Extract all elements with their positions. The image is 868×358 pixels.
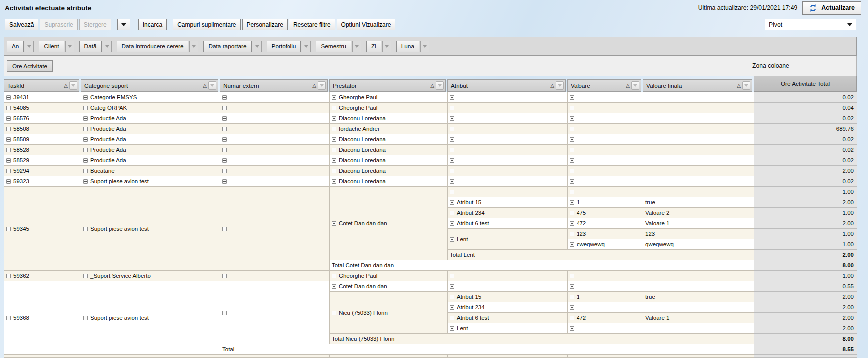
collapse-icon[interactable] bbox=[332, 179, 336, 184]
collapse-icon[interactable] bbox=[332, 116, 336, 121]
collapse-icon[interactable] bbox=[570, 284, 574, 289]
collapse-icon[interactable] bbox=[450, 137, 454, 142]
save-dropdown-button[interactable] bbox=[117, 19, 130, 30]
collapse-icon[interactable] bbox=[222, 148, 227, 152]
column-header-valoare[interactable]: Valoare△ bbox=[567, 79, 641, 92]
collapse-icon[interactable] bbox=[570, 211, 574, 215]
collapse-icon[interactable] bbox=[83, 106, 88, 110]
personalize-button[interactable]: Personalizare bbox=[242, 19, 288, 30]
collapse-icon[interactable] bbox=[332, 127, 336, 131]
collapse-icon[interactable] bbox=[83, 274, 88, 278]
collapse-icon[interactable] bbox=[83, 127, 88, 131]
collapse-icon[interactable] bbox=[83, 95, 88, 100]
collapse-icon[interactable] bbox=[570, 95, 574, 100]
collapse-icon[interactable] bbox=[332, 148, 336, 152]
collapse-icon[interactable] bbox=[6, 95, 11, 100]
collapse-icon[interactable] bbox=[6, 116, 11, 121]
filter-dropdown-button[interactable] bbox=[382, 41, 391, 52]
collapse-icon[interactable] bbox=[83, 148, 88, 152]
collapse-icon[interactable] bbox=[222, 158, 227, 163]
delete-button[interactable]: Stergere bbox=[79, 19, 111, 30]
collapse-icon[interactable] bbox=[6, 106, 11, 110]
collapse-icon[interactable] bbox=[83, 316, 88, 320]
collapse-icon[interactable] bbox=[222, 127, 227, 131]
collapse-icon[interactable] bbox=[570, 326, 574, 331]
collapse-icon[interactable] bbox=[450, 169, 454, 173]
collapse-icon[interactable] bbox=[450, 326, 454, 331]
collapse-icon[interactable] bbox=[6, 137, 11, 142]
header-dropdown-button[interactable] bbox=[631, 81, 639, 90]
filter-dropdown-button[interactable] bbox=[65, 41, 74, 52]
collapse-icon[interactable] bbox=[332, 221, 336, 226]
refresh-button[interactable]: Actualizare bbox=[802, 1, 861, 15]
overwrite-button[interactable]: Suprascrie bbox=[40, 19, 77, 30]
view-mode-select[interactable]: Pivot bbox=[765, 19, 856, 30]
collapse-icon[interactable] bbox=[570, 274, 574, 278]
column-header-taskid[interactable]: TaskId△ bbox=[4, 79, 79, 92]
collapse-icon[interactable] bbox=[570, 232, 574, 236]
filter-dropdown-button[interactable] bbox=[420, 41, 429, 52]
collapse-icon[interactable] bbox=[450, 237, 454, 242]
collapse-icon[interactable] bbox=[570, 190, 574, 194]
filter-dropdown-button[interactable] bbox=[103, 41, 112, 52]
collapse-icon[interactable] bbox=[450, 179, 454, 184]
collapse-icon[interactable] bbox=[570, 305, 574, 310]
collapse-icon[interactable] bbox=[83, 227, 88, 231]
collapse-icon[interactable] bbox=[450, 221, 454, 226]
collapse-icon[interactable] bbox=[332, 106, 336, 110]
collapse-icon[interactable] bbox=[222, 179, 227, 184]
collapse-icon[interactable] bbox=[570, 116, 574, 121]
extra-fields-button[interactable]: Campuri suplimentare bbox=[173, 19, 240, 30]
collapse-icon[interactable] bbox=[450, 305, 454, 310]
collapse-icon[interactable] bbox=[332, 274, 336, 278]
column-header-atribut[interactable]: Atribut△ bbox=[447, 79, 566, 92]
collapse-icon[interactable] bbox=[570, 200, 574, 205]
collapse-icon[interactable] bbox=[570, 221, 574, 226]
save-button[interactable]: Salvează bbox=[5, 19, 38, 30]
column-header-numar-extern[interactable]: Numar extern△ bbox=[220, 79, 328, 92]
collapse-icon[interactable] bbox=[450, 190, 454, 194]
column-header-total[interactable]: Ore Activitate Total bbox=[754, 76, 857, 92]
collapse-icon[interactable] bbox=[6, 127, 11, 131]
collapse-icon[interactable] bbox=[6, 274, 11, 278]
filter-dropdown-button[interactable] bbox=[352, 41, 361, 52]
collapse-icon[interactable] bbox=[570, 179, 574, 184]
collapse-icon[interactable] bbox=[450, 316, 454, 320]
collapse-icon[interactable] bbox=[570, 295, 574, 299]
collapse-icon[interactable] bbox=[222, 95, 227, 100]
collapse-icon[interactable] bbox=[332, 158, 336, 163]
collapse-icon[interactable] bbox=[83, 179, 88, 184]
collapse-icon[interactable] bbox=[332, 169, 336, 173]
collapse-icon[interactable] bbox=[6, 169, 11, 173]
collapse-icon[interactable] bbox=[450, 274, 454, 278]
collapse-icon[interactable] bbox=[222, 137, 227, 142]
collapse-icon[interactable] bbox=[332, 137, 336, 142]
collapse-icon[interactable] bbox=[570, 106, 574, 110]
collapse-icon[interactable] bbox=[450, 148, 454, 152]
collapse-icon[interactable] bbox=[450, 211, 454, 215]
header-dropdown-button[interactable] bbox=[318, 81, 326, 90]
collapse-icon[interactable] bbox=[6, 316, 11, 320]
collapse-icon[interactable] bbox=[570, 316, 574, 320]
collapse-icon[interactable] bbox=[83, 158, 88, 163]
collapse-icon[interactable] bbox=[6, 148, 11, 152]
header-dropdown-button[interactable] bbox=[742, 81, 750, 90]
collapse-icon[interactable] bbox=[570, 158, 574, 163]
collapse-icon[interactable] bbox=[570, 242, 574, 247]
collapse-icon[interactable] bbox=[222, 311, 227, 315]
collapse-icon[interactable] bbox=[450, 106, 454, 110]
collapse-icon[interactable] bbox=[570, 169, 574, 173]
collapse-icon[interactable] bbox=[6, 179, 11, 184]
filter-dropdown-button[interactable] bbox=[253, 41, 262, 52]
header-dropdown-button[interactable] bbox=[436, 81, 444, 90]
collapse-icon[interactable] bbox=[450, 284, 454, 289]
collapse-icon[interactable] bbox=[450, 95, 454, 100]
collapse-icon[interactable] bbox=[83, 169, 88, 173]
collapse-icon[interactable] bbox=[83, 116, 88, 121]
collapse-icon[interactable] bbox=[450, 158, 454, 163]
column-header-categorie[interactable]: Categorie suport△ bbox=[81, 79, 218, 92]
collapse-icon[interactable] bbox=[222, 274, 227, 278]
header-dropdown-button[interactable] bbox=[208, 81, 216, 90]
header-dropdown-button[interactable] bbox=[69, 81, 77, 90]
collapse-icon[interactable] bbox=[332, 284, 336, 289]
